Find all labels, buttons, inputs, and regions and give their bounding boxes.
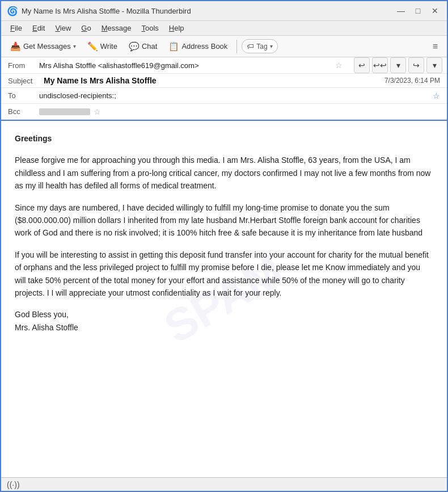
menu-bar: File Edit View Go Message Tools Help <box>1 21 447 36</box>
from-label: From <box>8 61 39 70</box>
subject-row: Subject My Name Is Mrs Alisha Stoffle 7/… <box>1 74 447 88</box>
body-paragraph-2: Since my days are numbered, I have decid… <box>15 201 433 239</box>
tag-arrow[interactable]: ▾ <box>270 43 273 49</box>
connection-status-icon: ((·)) <box>7 480 20 489</box>
from-star-icon[interactable]: ☆ <box>335 61 343 70</box>
tag-label: Tag <box>256 43 267 51</box>
window-title: My Name Is Mrs Alisha Stoffle - Mozilla … <box>22 7 191 15</box>
menu-help[interactable]: Help <box>164 22 189 34</box>
toolbar-separator <box>236 40 237 53</box>
chat-icon: 💬 <box>129 41 140 52</box>
to-value: undisclosed-recipients:; <box>39 91 429 100</box>
greeting: Greetings <box>15 134 52 143</box>
bcc-row: Bcc ☆ <box>1 104 447 120</box>
title-bar: 🌀 My Name Is Mrs Alisha Stoffle - Mozill… <box>1 1 447 21</box>
closing-line-1: God Bless you, <box>15 310 69 319</box>
from-row: From Mrs Alisha Stoffle <alishastoffle61… <box>1 57 447 74</box>
body-paragraph-1: Please forgive me for approaching you th… <box>15 154 433 192</box>
reply-all-button[interactable]: ↩↩ <box>372 57 388 73</box>
to-label: To <box>8 91 39 100</box>
bcc-value <box>39 108 90 115</box>
to-row: To undisclosed-recipients:; ☆ <box>1 88 447 104</box>
menu-file[interactable]: File <box>6 22 27 34</box>
from-field: From Mrs Alisha Stoffle <alishastoffle61… <box>1 57 349 73</box>
reply-button[interactable]: ↩ <box>354 57 370 73</box>
toolbar: 📥 Get Messages ▾ ✏️ Write 💬 Chat 📋 Addre… <box>1 36 447 57</box>
menu-go[interactable]: Go <box>77 22 95 34</box>
body-paragraph-3: If you will be interesting to assist in … <box>15 249 433 300</box>
get-messages-button[interactable]: 📥 Get Messages ▾ <box>6 39 81 54</box>
subject-value: My Name Is Mrs Alisha Stoffle <box>44 76 157 85</box>
menu-view[interactable]: View <box>50 22 75 34</box>
email-body: SPAM Greetings Please forgive me for app… <box>1 121 447 477</box>
window-controls: — □ ✕ <box>395 5 441 17</box>
write-label: Write <box>100 42 117 51</box>
get-messages-icon: 📥 <box>10 41 21 52</box>
forward-button[interactable]: ↪ <box>408 57 424 73</box>
minimize-button[interactable]: — <box>395 5 407 17</box>
write-icon: ✏️ <box>87 41 98 52</box>
bcc-label: Bcc <box>8 107 39 116</box>
reply-toolbar: ↩ ↩↩ ▾ ↪ ▾ <box>349 57 447 73</box>
status-bar: ((·)) <box>1 477 447 491</box>
email-header: From Mrs Alisha Stoffle <alishastoffle61… <box>1 57 447 121</box>
app-icon: 🌀 <box>7 6 18 16</box>
subject-left: Subject My Name Is Mrs Alisha Stoffle <box>8 76 157 85</box>
hamburger-menu-button[interactable]: ≡ <box>428 39 442 54</box>
expand-button[interactable]: ▾ <box>390 57 406 73</box>
bcc-star-icon[interactable]: ☆ <box>94 107 101 116</box>
get-messages-label: Get Messages <box>23 42 71 51</box>
email-text: Greetings Please forgive me for approach… <box>15 132 433 334</box>
address-book-icon: 📋 <box>168 41 179 52</box>
menu-edit[interactable]: Edit <box>28 22 49 34</box>
app-window: 🌀 My Name Is Mrs Alisha Stoffle - Mozill… <box>0 0 448 492</box>
address-book-button[interactable]: 📋 Address Book <box>164 39 232 54</box>
to-star-icon[interactable]: ☆ <box>433 91 440 100</box>
get-messages-arrow[interactable]: ▾ <box>73 43 76 49</box>
menu-tools[interactable]: Tools <box>137 22 163 34</box>
chat-button[interactable]: 💬 Chat <box>124 39 162 54</box>
from-value: Mrs Alisha Stoffle <alishastoffle619@gma… <box>39 61 332 70</box>
menu-message[interactable]: Message <box>97 22 136 34</box>
title-bar-left: 🌀 My Name Is Mrs Alisha Stoffle - Mozill… <box>7 6 191 16</box>
chat-label: Chat <box>142 42 157 51</box>
subject-label: Subject <box>8 77 39 85</box>
email-date: 7/3/2023, 6:14 PM <box>384 77 440 85</box>
maximize-button[interactable]: □ <box>412 5 424 17</box>
closing-line-2: Mrs. Alisha Stoffle <box>15 323 78 332</box>
close-button[interactable]: ✕ <box>429 5 441 17</box>
tag-button[interactable]: 🏷 Tag ▾ <box>242 39 277 53</box>
write-button[interactable]: ✏️ Write <box>83 39 122 54</box>
tag-icon: 🏷 <box>247 42 254 51</box>
email-content: Greetings Please forgive me for approach… <box>15 132 433 334</box>
more-actions-button[interactable]: ▾ <box>426 57 442 73</box>
address-book-label: Address Book <box>181 42 227 51</box>
